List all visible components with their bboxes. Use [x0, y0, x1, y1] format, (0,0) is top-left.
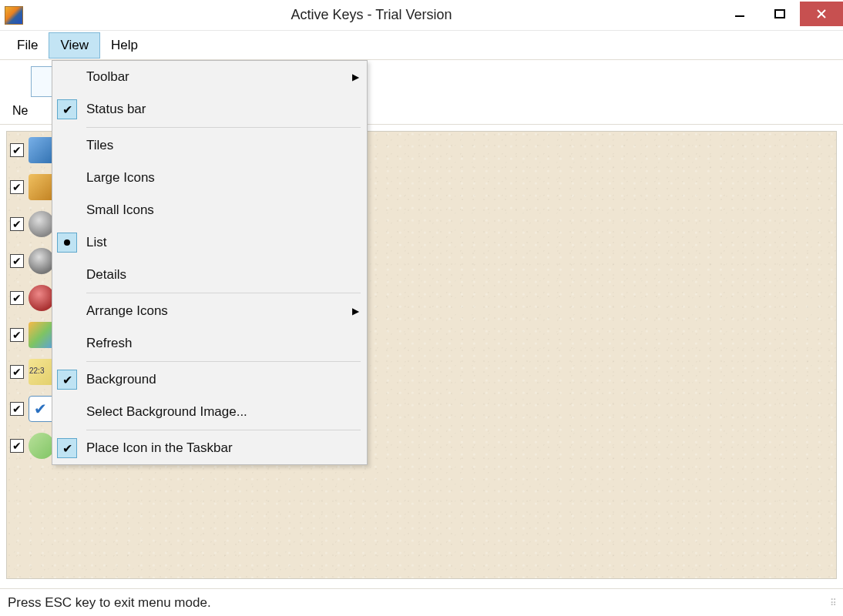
menu-label: Select Background Image... [86, 404, 359, 420]
checkbox-icon[interactable]: ✔ [10, 291, 24, 305]
toolbar-new-icon[interactable] [31, 66, 54, 97]
maximize-button[interactable] [760, 2, 800, 26]
menu-label: Arrange Icons [86, 303, 352, 319]
checkbox-icon[interactable]: ✔ [10, 328, 24, 342]
checkmark-icon: ✔ [57, 438, 77, 458]
menu-label: Refresh [86, 336, 359, 351]
toolbar-new-label: Ne [12, 104, 28, 118]
menu-details[interactable]: Details [52, 259, 367, 291]
menu-check-placeholder [57, 67, 77, 87]
radio-dot-icon [57, 233, 77, 253]
menu-separator [86, 127, 361, 128]
svg-rect-1 [775, 10, 784, 18]
menu-select-background[interactable]: Select Background Image... [52, 396, 367, 428]
menu-place-taskbar[interactable]: ✔ Place Icon in the Taskbar [52, 432, 367, 464]
checkmark-icon: ✔ [57, 370, 77, 390]
menu-check-placeholder [57, 136, 77, 156]
menu-separator [86, 430, 361, 430]
item-icon [29, 285, 55, 311]
checkbox-icon[interactable]: ✔ [10, 143, 24, 157]
minimize-button[interactable] [720, 2, 760, 26]
checkbox-icon[interactable]: ✔ [10, 180, 24, 194]
menu-label: Small Icons [86, 203, 359, 218]
menu-small-icons[interactable]: Small Icons [52, 194, 367, 226]
menu-toolbar[interactable]: Toolbar ▶ [52, 61, 367, 93]
window-title: Active Keys - Trial Version [23, 7, 720, 23]
item-icon [29, 248, 55, 274]
checkbox-icon[interactable]: ✔ [10, 217, 24, 231]
menu-label: Toolbar [86, 69, 352, 85]
menu-list[interactable]: List [52, 226, 367, 259]
menu-label: Place Icon in the Taskbar [86, 440, 359, 456]
menu-tiles[interactable]: Tiles [52, 129, 367, 162]
menu-label: Background [86, 372, 359, 387]
menu-separator [86, 293, 361, 293]
submenu-arrow-icon: ▶ [352, 306, 359, 316]
menu-label: Details [86, 267, 359, 283]
item-icon [29, 322, 55, 348]
menu-view[interactable]: View [49, 32, 100, 59]
menu-refresh[interactable]: Refresh [52, 327, 367, 360]
menu-check-placeholder [57, 265, 77, 285]
view-dropdown: Toolbar ▶ ✔ Status bar Tiles Large Icons… [52, 60, 368, 465]
checkbox-icon[interactable]: ✔ [10, 254, 24, 268]
menu-separator [86, 361, 361, 362]
menu-check-placeholder [57, 168, 77, 188]
menu-label: List [86, 235, 359, 250]
item-icon [29, 433, 55, 459]
status-bar: Press ESC key to exit menu mode. ⠿ [0, 588, 843, 616]
app-icon [5, 6, 23, 25]
menu-check-placeholder [57, 301, 77, 321]
item-icon [29, 137, 55, 163]
checkbox-icon[interactable]: ✔ [10, 439, 24, 453]
menu-label: Tiles [86, 138, 359, 153]
checkmark-icon: ✔ [57, 99, 77, 119]
item-icon [29, 211, 55, 237]
menu-bar: File View Help [0, 31, 843, 60]
menu-large-icons[interactable]: Large Icons [52, 162, 367, 194]
title-bar: Active Keys - Trial Version [0, 0, 843, 31]
menu-label: Large Icons [86, 170, 359, 186]
menu-background[interactable]: ✔ Background [52, 363, 367, 396]
checkbox-icon[interactable]: ✔ [10, 402, 24, 416]
checkbox-icon[interactable]: ✔ [10, 365, 24, 379]
menu-label: Status bar [86, 102, 359, 117]
menu-status-bar[interactable]: ✔ Status bar [52, 93, 367, 126]
menu-arrange-icons[interactable]: Arrange Icons ▶ [52, 295, 367, 327]
menu-help[interactable]: Help [100, 33, 149, 58]
menu-check-placeholder [57, 402, 77, 422]
submenu-arrow-icon: ▶ [352, 72, 359, 82]
menu-check-placeholder [57, 333, 77, 353]
resize-grip-icon[interactable]: ⠿ [830, 601, 835, 605]
item-icon [29, 396, 55, 422]
close-button[interactable] [800, 2, 843, 26]
menu-check-placeholder [57, 200, 77, 220]
menu-file[interactable]: File [6, 33, 49, 58]
status-text: Press ESC key to exit menu mode. [8, 595, 211, 611]
item-icon [29, 174, 55, 200]
window-controls [720, 2, 843, 29]
item-icon [29, 359, 55, 385]
